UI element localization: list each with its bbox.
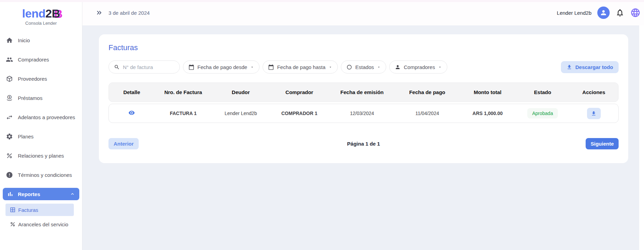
- people-icon: [6, 56, 13, 63]
- date-from-filter[interactable]: Fecha de pago desde: [183, 60, 260, 73]
- notifications-bell-icon[interactable]: [616, 8, 624, 17]
- next-page-button[interactable]: Siguiente: [586, 138, 619, 149]
- sidebar-item-adelantos[interactable]: Adelantos a proveedores: [0, 107, 82, 127]
- logo-text-tail: 2B: [45, 7, 60, 20]
- sidebar-item-label: Términos y condiciones: [18, 172, 72, 178]
- sidebar-item-planes[interactable]: Planes: [0, 127, 82, 146]
- col-header: Monto total: [459, 89, 516, 95]
- topbar: 3 de abril de 2024 Lender Lend2b: [82, 0, 644, 25]
- col-header: Detalle: [109, 89, 155, 95]
- sidebar-item-proveedores[interactable]: Proveedores: [0, 69, 82, 88]
- sidebar-item-label: Relaciones y planes: [18, 153, 64, 159]
- cell-amount: ARS 1,000.00: [459, 111, 516, 116]
- sidebar-item-terminos[interactable]: Términos y condiciones: [0, 165, 82, 184]
- page-info: Página 1 de 1: [347, 141, 380, 147]
- col-header: Estado: [516, 89, 570, 95]
- page-title: Facturas: [108, 43, 619, 52]
- person-icon: [395, 64, 401, 70]
- sidebar-item-label: Préstamos: [18, 95, 43, 101]
- date-from-label: Fecha de pago desde: [197, 64, 247, 70]
- language-globe-icon[interactable]: [630, 8, 641, 18]
- download-icon: [591, 111, 597, 116]
- status-badge: Aprobada: [527, 108, 558, 118]
- sidebar-item-label: Inicio: [18, 37, 30, 43]
- calendar-icon: [268, 64, 274, 70]
- sidebar-item-label: Compradores: [18, 57, 49, 62]
- chevron-up-icon: [70, 191, 75, 197]
- download-all-button[interactable]: Descargar todo: [561, 61, 619, 73]
- states-filter[interactable]: Estados: [341, 60, 386, 73]
- sidebar: lend2BB Consola Lender Inicio Compradore…: [0, 0, 82, 250]
- sidebar-item-prestamos[interactable]: $ Préstamos: [0, 88, 82, 107]
- table-row: FACTURA 1 Lender Lend2b COMPRADOR 1 12/0…: [108, 104, 619, 123]
- caret-down-icon: [438, 65, 442, 69]
- package-icon: [6, 75, 13, 82]
- sidebar-nav: Inicio Compradores Proveedores $ Préstam…: [0, 31, 82, 230]
- buyers-filter[interactable]: Compradores: [389, 60, 447, 73]
- download-icon: [566, 64, 572, 70]
- main-region: 3 de abril de 2024 Lender Lend2b Factura…: [82, 0, 644, 250]
- sidebar-subitem-label: Aranceles del servicio: [18, 221, 68, 227]
- brand-logo: lend2BB Consola Lender: [0, 8, 82, 26]
- home-icon: [6, 37, 13, 44]
- date-to-filter[interactable]: Fecha de pago hasta: [263, 60, 338, 73]
- sidebar-item-reportes[interactable]: Reportes: [3, 188, 79, 200]
- alert-icon: [6, 171, 13, 179]
- invoice-search-field[interactable]: [108, 60, 180, 73]
- row-download-button[interactable]: [587, 108, 601, 119]
- status-circle-icon: [346, 64, 352, 70]
- user-avatar[interactable]: [597, 7, 610, 19]
- invoices-table: Detalle Nro. de Factura Deudor Comprador…: [108, 82, 619, 123]
- sidebar-item-label: Planes: [18, 134, 34, 139]
- logo-text-lead: lend: [22, 7, 45, 20]
- scrollbar-track[interactable]: [639, 25, 644, 250]
- eye-icon: [128, 110, 135, 116]
- states-label: Estados: [355, 64, 374, 70]
- col-header: Fecha de pago: [395, 89, 459, 95]
- col-header: Nro. de Factura: [155, 89, 212, 95]
- sidebar-item-inicio[interactable]: Inicio: [0, 31, 82, 50]
- col-header: Comprador: [270, 89, 329, 95]
- date-to-label: Fecha de pago hasta: [277, 64, 325, 70]
- table-header-row: Detalle Nro. de Factura Deudor Comprador…: [108, 82, 619, 102]
- facturas-card: Facturas Fecha de pago desde: [99, 34, 628, 163]
- person-icon: [600, 9, 607, 16]
- col-header: Deudor: [212, 89, 270, 95]
- cell-buyer: COMPRADOR 1: [270, 111, 329, 116]
- caret-down-icon: [250, 65, 254, 69]
- sidebar-item-compradores[interactable]: Compradores: [0, 50, 82, 69]
- search-input[interactable]: [123, 64, 174, 70]
- top-accent-strip: [0, 0, 644, 2]
- search-icon: [114, 64, 120, 70]
- view-detail-button[interactable]: [128, 110, 135, 117]
- sidebar-item-relaciones[interactable]: Relaciones y planes: [0, 146, 82, 165]
- sidebar-subitem-label: Facturas: [18, 207, 38, 213]
- calendar-icon: [188, 64, 194, 70]
- sidebar-subitem-facturas[interactable]: Facturas: [5, 204, 74, 216]
- sidebar-item-label: Proveedores: [18, 76, 47, 82]
- app-root: lend2BB Consola Lender Inicio Compradore…: [0, 0, 644, 250]
- sidebar-subitem-aranceles[interactable]: Aranceles del servicio: [5, 218, 74, 230]
- double-chevron-right-icon[interactable]: [95, 9, 103, 16]
- bar-chart-icon: [7, 191, 14, 197]
- swap-icon: [6, 114, 13, 121]
- percent-icon: [10, 221, 16, 227]
- download-all-label: Descargar todo: [575, 64, 613, 70]
- sidebar-item-label: Adelantos a proveedores: [18, 114, 75, 120]
- topbar-date: 3 de abril de 2024: [108, 10, 150, 16]
- previous-page-button[interactable]: Anterior: [108, 138, 139, 149]
- pagination: Anterior Página 1 de 1 Siguiente: [108, 138, 619, 149]
- svg-text:$: $: [9, 95, 10, 99]
- cell-debtor: Lender Lend2b: [212, 111, 270, 116]
- logo-subtitle: Consola Lender: [0, 21, 82, 26]
- caret-down-icon: [329, 65, 332, 69]
- col-header: Acciones: [569, 89, 618, 95]
- grid-icon: [10, 207, 16, 213]
- percent-icon: [6, 152, 13, 159]
- gear-icon: [6, 133, 13, 140]
- cell-payment-date: 11/04/2024: [395, 111, 459, 116]
- col-header: Fecha de emisión: [329, 89, 395, 95]
- buyers-label: Compradores: [404, 64, 435, 70]
- sidebar-item-label: Reportes: [18, 191, 40, 197]
- user-name: Lender Lend2b: [557, 10, 591, 16]
